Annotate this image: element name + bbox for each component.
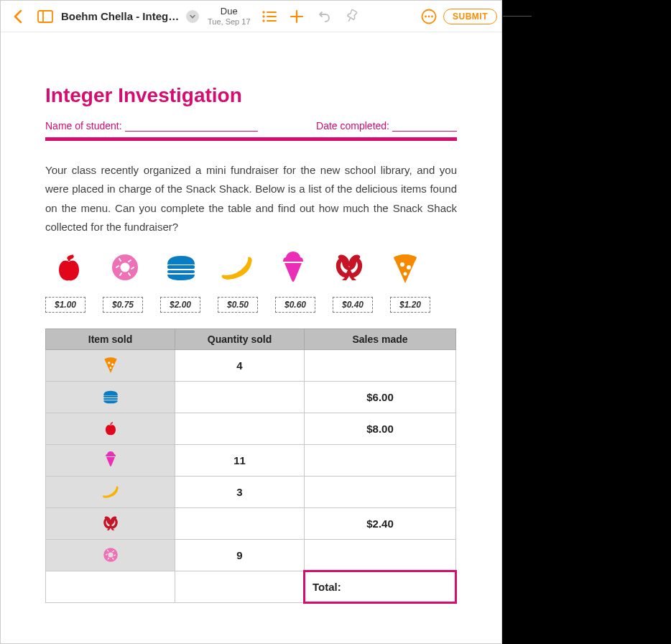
sales-table: Item sold Quantity sold Sales made 4 $6.… — [45, 328, 457, 604]
total-empty — [175, 571, 305, 603]
table-row: $6.00 — [46, 382, 456, 413]
total-cell[interactable]: Total: — [305, 571, 456, 603]
price-box[interactable]: $0.50 — [218, 297, 258, 313]
menu-icons-row — [45, 249, 457, 285]
table-row: 4 — [46, 350, 456, 382]
svg-point-13 — [428, 15, 430, 17]
apple-icon — [101, 419, 120, 438]
sales-cell[interactable] — [305, 540, 456, 571]
svg-point-6 — [262, 19, 264, 22]
price-box[interactable]: $1.20 — [390, 297, 430, 313]
donut-icon — [107, 249, 143, 285]
due-date: Tue, Sep 17 — [208, 17, 251, 26]
svg-point-15 — [66, 254, 74, 260]
icecream-icon — [275, 249, 311, 285]
svg-rect-32 — [103, 395, 118, 397]
qty-cell[interactable] — [175, 382, 305, 413]
sales-cell[interactable] — [305, 350, 456, 382]
qty-cell[interactable]: 11 — [175, 445, 305, 477]
date-field: Date completed: — [316, 120, 457, 132]
svg-point-30 — [111, 363, 114, 365]
toolbar: Boehm Chella - Integers I... Due Tue, Se… — [1, 1, 501, 32]
name-field: Name of student: — [45, 120, 258, 132]
pretzel-icon — [101, 514, 120, 533]
pin-button[interactable] — [338, 4, 364, 29]
col-qty: Quantity sold — [175, 329, 305, 350]
item-cell — [46, 445, 175, 477]
due-block: Due Tue, Sep 17 — [208, 6, 251, 25]
qty-cell[interactable] — [175, 508, 305, 540]
price-box[interactable]: $0.75 — [103, 297, 143, 313]
callout-line — [503, 16, 532, 17]
svg-rect-33 — [103, 398, 118, 400]
table-row: 3 — [46, 477, 456, 508]
item-cell — [46, 540, 175, 571]
pretzel-icon — [331, 249, 367, 285]
sales-cell[interactable]: $2.40 — [305, 508, 456, 540]
more-button[interactable] — [416, 4, 442, 29]
title-dropdown-icon[interactable] — [186, 10, 199, 23]
svg-line-10 — [348, 17, 351, 21]
intro-paragraph: Your class recently organized a mini fun… — [45, 161, 457, 236]
total-empty — [46, 571, 175, 603]
price-box[interactable]: $0.40 — [333, 297, 373, 313]
price-box[interactable]: $0.60 — [275, 297, 315, 313]
svg-point-4 — [262, 15, 264, 17]
qty-cell[interactable] — [175, 413, 305, 445]
undo-button[interactable] — [311, 4, 337, 29]
svg-point-31 — [109, 367, 111, 369]
table-row: 11 — [46, 445, 456, 477]
banana-icon — [101, 482, 120, 501]
col-sales: Sales made — [305, 329, 456, 350]
svg-rect-3 — [267, 12, 277, 13]
donut-icon — [101, 546, 120, 564]
worksheet-heading: Integer Investigation — [45, 84, 457, 107]
item-cell — [46, 413, 175, 445]
price-box[interactable]: $1.00 — [45, 297, 85, 313]
svg-point-29 — [108, 362, 110, 364]
svg-point-14 — [431, 15, 433, 17]
name-blank-line — [125, 123, 258, 132]
sales-cell[interactable]: $6.00 — [305, 382, 456, 413]
sales-cell[interactable] — [305, 445, 456, 477]
add-button[interactable] — [284, 4, 310, 29]
title-block[interactable]: Boehm Chella - Integers I... — [61, 10, 199, 23]
price-row: $1.00 $0.75 $2.00 $0.50 $0.60 $0.40 $1.2… — [45, 297, 457, 313]
icecream-icon — [101, 450, 120, 469]
svg-point-17 — [121, 263, 130, 272]
total-row: Total: — [46, 571, 456, 603]
apple-icon — [51, 249, 87, 285]
burger-icon — [101, 387, 120, 406]
document-body: Integer Investigation Name of student: D… — [1, 32, 501, 618]
back-button[interactable] — [5, 4, 31, 29]
submit-button[interactable]: SUBMIT — [443, 9, 497, 24]
sales-cell[interactable]: $8.00 — [305, 413, 456, 445]
sidebar-toggle-button[interactable] — [32, 4, 58, 29]
list-button[interactable] — [256, 4, 282, 29]
divider-bar — [45, 137, 457, 141]
svg-point-35 — [108, 552, 113, 557]
due-label: Due — [208, 6, 251, 17]
qty-cell[interactable]: 4 — [175, 350, 305, 382]
svg-rect-5 — [267, 16, 277, 17]
date-label: Date completed: — [316, 120, 389, 132]
qty-cell[interactable]: 9 — [175, 540, 305, 571]
field-row: Name of student: Date completed: — [45, 120, 457, 132]
table-row: 9 — [46, 540, 456, 571]
svg-rect-24 — [167, 265, 195, 269]
price-box[interactable]: $2.00 — [160, 297, 200, 313]
sales-cell[interactable] — [305, 477, 456, 508]
pizza-icon — [101, 355, 120, 374]
pizza-icon — [387, 249, 423, 285]
burger-icon — [163, 249, 199, 285]
col-item: Item sold — [46, 329, 175, 350]
table-row: $8.00 — [46, 413, 456, 445]
document-title: Boehm Chella - Integers I... — [61, 10, 183, 22]
item-cell — [46, 477, 175, 508]
qty-cell[interactable]: 3 — [175, 477, 305, 508]
svg-point-28 — [404, 272, 407, 276]
svg-rect-25 — [167, 270, 195, 273]
item-cell — [46, 508, 175, 540]
svg-point-26 — [400, 262, 404, 267]
svg-point-12 — [425, 15, 427, 17]
